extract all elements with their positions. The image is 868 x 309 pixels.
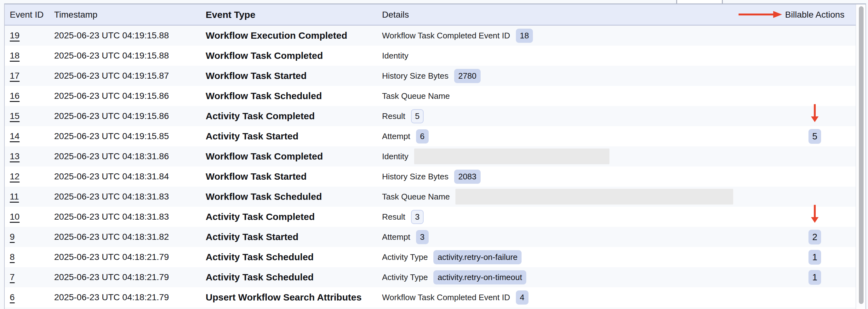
billable-actions-cell bbox=[774, 66, 856, 86]
event-type: Workflow Task Completed bbox=[206, 50, 382, 61]
table-row[interactable]: 13 2025-06-23 UTC 04:18:31.86 Workflow T… bbox=[5, 146, 856, 167]
event-id-cell: 13 bbox=[5, 151, 54, 162]
event-type: Workflow Task Started bbox=[206, 171, 382, 182]
details-cell: Identity bbox=[382, 51, 774, 61]
event-id-link[interactable]: 15 bbox=[10, 111, 20, 121]
event-id-cell: 14 bbox=[5, 131, 54, 141]
detail-label: History Size Bytes bbox=[382, 172, 448, 181]
billable-actions-badge: 5 bbox=[808, 129, 821, 144]
event-id-cell: 11 bbox=[5, 192, 54, 202]
timestamp: 2025-06-23 UTC 04:18:31.86 bbox=[54, 151, 206, 162]
details-cell: Task Queue Name bbox=[382, 189, 774, 205]
billable-actions-cell: 2 bbox=[774, 227, 856, 247]
column-header-event-type: Event Type bbox=[206, 9, 382, 20]
details-cell: Activity Type activity.retry-on-timeout bbox=[382, 270, 774, 284]
event-id-cell: 6 bbox=[5, 292, 54, 302]
detail-value-badge: activity.retry-on-timeout bbox=[433, 270, 526, 284]
table-row[interactable]: 19 2025-06-23 UTC 04:19:15.88 Workflow E… bbox=[5, 26, 856, 46]
event-type: Activity Task Scheduled bbox=[206, 252, 382, 263]
table-row[interactable]: 9 2025-06-23 UTC 04:18:31.82 Activity Ta… bbox=[5, 227, 856, 247]
scrollbar-track[interactable] bbox=[856, 4, 865, 309]
event-id-link[interactable]: 17 bbox=[10, 71, 20, 80]
event-id-link[interactable]: 12 bbox=[10, 171, 20, 181]
event-id-link[interactable]: 6 bbox=[10, 292, 15, 302]
detail-label: Attempt bbox=[382, 232, 410, 242]
annotation-arrow-right bbox=[739, 13, 773, 15]
billable-actions-badge: 1 bbox=[808, 270, 821, 285]
event-type: Workflow Task Scheduled bbox=[206, 191, 382, 202]
event-id-cell: 7 bbox=[5, 272, 54, 282]
table-row[interactable]: 10 2025-06-23 UTC 04:18:31.83 Activity T… bbox=[5, 207, 856, 227]
table-row[interactable]: 6 2025-06-23 UTC 04:18:21.79 Upsert Work… bbox=[5, 287, 856, 307]
event-id-link[interactable]: 9 bbox=[10, 232, 15, 242]
event-type: Upsert Workflow Search Attributes bbox=[206, 292, 382, 303]
detail-value-badge: 4 bbox=[516, 290, 528, 305]
details-cell: History Size Bytes 2780 bbox=[382, 69, 774, 83]
event-id-cell: 8 bbox=[5, 252, 54, 262]
detail-label: Workflow Task Completed Event ID bbox=[382, 293, 510, 302]
event-id-link[interactable]: 10 bbox=[10, 212, 20, 221]
details-cell: Activity Type activity.retry-on-failure bbox=[382, 250, 774, 264]
scrollbar-thumb[interactable] bbox=[859, 6, 864, 304]
table-row[interactable]: 7 2025-06-23 UTC 04:18:21.79 Activity Ta… bbox=[5, 267, 856, 287]
details-cell: Workflow Task Completed Event ID 18 bbox=[382, 29, 774, 43]
detail-label: Identity bbox=[382, 51, 408, 61]
event-id-cell: 18 bbox=[5, 51, 54, 61]
event-id-link[interactable]: 11 bbox=[10, 192, 19, 201]
details-cell: Result 5 bbox=[382, 109, 774, 123]
annotation-arrow-down bbox=[814, 104, 816, 116]
event-id-link[interactable]: 14 bbox=[10, 131, 20, 141]
billable-actions-cell bbox=[774, 86, 856, 106]
table-row[interactable]: 18 2025-06-23 UTC 04:19:15.88 Workflow T… bbox=[5, 46, 856, 66]
table-body: 19 2025-06-23 UTC 04:19:15.88 Workflow E… bbox=[5, 26, 856, 307]
timestamp: 2025-06-23 UTC 04:19:15.85 bbox=[54, 131, 206, 141]
event-id-cell: 9 bbox=[5, 232, 54, 242]
billable-actions-cell bbox=[774, 106, 856, 126]
timestamp: 2025-06-23 UTC 04:19:15.88 bbox=[54, 51, 206, 61]
event-id-cell: 15 bbox=[5, 111, 54, 121]
event-id-link[interactable]: 13 bbox=[10, 151, 20, 161]
timestamp: 2025-06-23 UTC 04:19:15.86 bbox=[54, 111, 206, 121]
event-id-link[interactable]: 8 bbox=[10, 252, 15, 262]
event-type: Workflow Task Started bbox=[206, 70, 382, 81]
detail-label: History Size Bytes bbox=[382, 71, 448, 81]
detail-label: Result bbox=[382, 212, 405, 222]
table-row-partial bbox=[5, 307, 856, 309]
detail-label: Activity Type bbox=[382, 252, 428, 262]
details-cell: Attempt 6 bbox=[382, 129, 774, 143]
table-row[interactable]: 15 2025-06-23 UTC 04:19:15.86 Activity T… bbox=[5, 106, 856, 126]
table-row[interactable]: 14 2025-06-23 UTC 04:19:15.85 Activity T… bbox=[5, 126, 856, 146]
event-type: Workflow Execution Completed bbox=[206, 30, 382, 41]
event-id-link[interactable]: 18 bbox=[10, 51, 20, 60]
table-row[interactable]: 17 2025-06-23 UTC 04:19:15.87 Workflow T… bbox=[5, 66, 856, 86]
billable-actions-badge: 1 bbox=[808, 250, 821, 265]
table-row[interactable]: 11 2025-06-23 UTC 04:18:31.83 Workflow T… bbox=[5, 186, 856, 207]
event-type: Activity Task Started bbox=[206, 232, 382, 242]
event-type: Activity Task Scheduled bbox=[206, 272, 382, 282]
billable-actions-cell: 5 bbox=[774, 126, 856, 146]
details-cell: History Size Bytes 2083 bbox=[382, 170, 774, 184]
detail-label: Workflow Task Completed Event ID bbox=[382, 31, 510, 41]
details-cell: Task Queue Name bbox=[382, 91, 774, 101]
timestamp: 2025-06-23 UTC 04:18:31.82 bbox=[54, 232, 206, 242]
table-row[interactable]: 12 2025-06-23 UTC 04:18:31.84 Workflow T… bbox=[5, 167, 856, 186]
event-id-link[interactable]: 16 bbox=[10, 91, 20, 101]
event-id-cell: 19 bbox=[5, 31, 54, 41]
details-cell: Identity bbox=[382, 148, 774, 164]
table-row[interactable]: 8 2025-06-23 UTC 04:18:21.79 Activity Ta… bbox=[5, 247, 856, 267]
detail-value-badge: 5 bbox=[411, 109, 424, 123]
detail-value-badge: 3 bbox=[416, 230, 429, 244]
billable-actions-badge: 2 bbox=[808, 230, 821, 244]
event-type: Activity Task Completed bbox=[206, 111, 382, 122]
column-header-details: Details bbox=[382, 10, 774, 20]
event-id-link[interactable]: 19 bbox=[10, 31, 20, 40]
detail-label: Activity Type bbox=[382, 273, 428, 282]
detail-value-badge: 18 bbox=[516, 29, 533, 43]
detail-value-badge: 2780 bbox=[454, 69, 480, 83]
table-row[interactable]: 16 2025-06-23 UTC 04:19:15.86 Workflow T… bbox=[5, 86, 856, 106]
event-id-link[interactable]: 7 bbox=[10, 272, 15, 282]
event-type: Workflow Task Completed bbox=[206, 151, 382, 162]
detail-label: Task Queue Name bbox=[382, 192, 450, 202]
billable-actions-cell bbox=[774, 207, 856, 227]
detail-value-badge: 3 bbox=[411, 210, 424, 224]
